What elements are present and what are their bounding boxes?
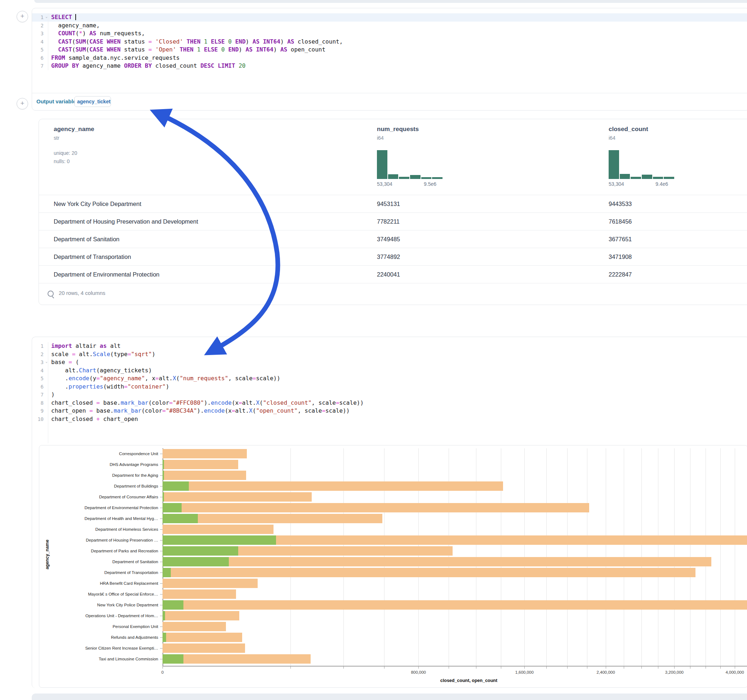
line-number[interactable]: 7 bbox=[32, 391, 48, 399]
y-axis-title: agency_name bbox=[45, 537, 50, 573]
line-number[interactable]: 6 bbox=[32, 54, 48, 62]
x-axis-title: closed_count, open_count bbox=[440, 678, 497, 683]
x-axis-tick bbox=[587, 667, 587, 669]
x-axis-tick-label: 800,000 bbox=[411, 670, 426, 674]
x-axis-tick bbox=[449, 667, 449, 669]
y-axis-tick bbox=[160, 626, 163, 627]
code-line[interactable]: base = ( bbox=[48, 358, 747, 367]
y-axis-label: Department of Consumer Affairs bbox=[39, 495, 158, 499]
column-name: agency_name bbox=[54, 126, 94, 133]
line-number[interactable]: 10 bbox=[32, 415, 48, 424]
histogram-bar bbox=[421, 177, 432, 179]
line-number[interactable]: 4 bbox=[32, 367, 48, 375]
x-axis-tick bbox=[384, 667, 384, 669]
line-number[interactable]: 9 bbox=[32, 407, 48, 415]
python-editor[interactable]: import altair as altscale = alt.Scale(ty… bbox=[48, 342, 747, 443]
histogram-bar bbox=[609, 150, 619, 179]
line-number[interactable]: 1⌄ bbox=[32, 13, 48, 22]
line-number[interactable]: 5 bbox=[32, 374, 48, 383]
table-cell: 9443533 bbox=[609, 195, 632, 213]
search-icon[interactable] bbox=[48, 291, 54, 297]
output-variable-label: Output variable: bbox=[36, 98, 78, 104]
code-line[interactable]: COUNT(*) AS num_requests, bbox=[48, 30, 747, 38]
histogram-bar bbox=[399, 177, 409, 179]
code-line[interactable]: FROM sample_data.nyc.service_requests bbox=[48, 54, 747, 62]
code-line[interactable]: ) bbox=[48, 391, 747, 399]
add-cell-button[interactable]: + bbox=[17, 98, 28, 109]
line-number[interactable]: 2 bbox=[32, 22, 48, 30]
x-axis-tick bbox=[476, 667, 476, 669]
sql-editor[interactable]: SELECT agency_name, COUNT(*) AS num_requ… bbox=[48, 13, 747, 70]
x-axis-tick bbox=[641, 667, 642, 669]
x-axis-tick bbox=[418, 667, 419, 669]
x-axis-tick bbox=[606, 667, 606, 669]
y-axis-label: Refunds and Adjustments bbox=[39, 635, 158, 640]
chart-bar-open bbox=[163, 600, 183, 609]
y-axis-label: HRA Benefit Card Replacement bbox=[39, 581, 158, 585]
histogram-bar bbox=[653, 177, 664, 179]
chart-bar-open bbox=[163, 557, 229, 566]
histogram-bar bbox=[432, 177, 443, 179]
line-number[interactable]: 2 bbox=[32, 350, 48, 359]
add-cell-button[interactable]: + bbox=[17, 11, 28, 22]
table-row[interactable]: New York City Police Department945313194… bbox=[39, 195, 747, 213]
code-line[interactable]: GROUP BY agency_name ORDER BY closed_cou… bbox=[48, 62, 747, 70]
chart-bar-closed bbox=[163, 503, 589, 512]
y-axis-tick bbox=[160, 497, 163, 497]
line-number[interactable]: 6 bbox=[32, 383, 48, 391]
code-line[interactable]: CAST(SUM(CASE WHEN status = 'Closed' THE… bbox=[48, 38, 747, 46]
code-line[interactable]: import altair as alt bbox=[48, 342, 747, 350]
chart-bar-closed bbox=[163, 471, 246, 480]
line-number[interactable]: 4 bbox=[32, 38, 48, 46]
chart-bar-closed bbox=[163, 492, 312, 502]
column-type: i64 bbox=[377, 135, 384, 141]
histogram-bar bbox=[377, 150, 387, 179]
line-number[interactable]: 7 bbox=[32, 62, 48, 70]
code-line[interactable]: alt.Chart(agency_tickets) bbox=[48, 367, 747, 375]
line-number[interactable]: 3 bbox=[32, 30, 48, 38]
x-axis-tick bbox=[343, 667, 344, 669]
column-histogram bbox=[377, 150, 443, 179]
output-variable-pill[interactable]: agency_tickets bbox=[74, 96, 111, 107]
line-number[interactable]: 3⌄ bbox=[32, 358, 48, 367]
table-row[interactable]: Department of Sanitation37494853677651 bbox=[39, 230, 747, 248]
table-row[interactable]: Department of Environmental Protection22… bbox=[39, 266, 747, 284]
x-axis-tick bbox=[690, 667, 690, 669]
code-line[interactable]: chart_closed + chart_open bbox=[48, 415, 747, 424]
chart-bar-closed bbox=[163, 654, 311, 664]
x-axis-tick bbox=[658, 667, 658, 669]
table-cell: Department of Environmental Protection bbox=[54, 266, 159, 284]
chart-bar-closed bbox=[163, 525, 274, 534]
table-row[interactable]: Department of Transportation377489234719… bbox=[39, 248, 747, 266]
fold-caret-icon[interactable]: ⌄ bbox=[44, 13, 48, 21]
y-axis-label: Operations Unit - Department of Hom… bbox=[39, 614, 158, 618]
y-axis-tick bbox=[160, 659, 163, 659]
code-line[interactable]: chart_closed = base.mark_bar(color="#FFC… bbox=[48, 399, 747, 407]
x-axis-tick bbox=[290, 667, 291, 669]
y-axis-tick bbox=[160, 605, 163, 605]
table-cell: 2222847 bbox=[609, 266, 632, 284]
y-axis-label: Department of Housing Preservation … bbox=[39, 538, 158, 542]
table-cell: 3774892 bbox=[377, 248, 400, 266]
code-line[interactable]: .properties(width="container") bbox=[48, 383, 747, 391]
histogram-bar bbox=[664, 177, 674, 179]
y-axis-tick bbox=[160, 637, 163, 638]
line-number[interactable]: 1 bbox=[32, 342, 48, 350]
code-line[interactable]: agency_name, bbox=[48, 22, 747, 30]
line-number[interactable]: 8 bbox=[32, 399, 48, 407]
fold-caret-icon[interactable]: ⌄ bbox=[44, 358, 48, 366]
code-line[interactable]: SELECT bbox=[48, 13, 747, 22]
output-variable-row: Output variable: agency_tickets bbox=[32, 93, 747, 110]
line-number[interactable]: 5 bbox=[32, 46, 48, 54]
x-axis-tick bbox=[706, 667, 706, 669]
y-axis-tick bbox=[160, 573, 163, 573]
chart-bar-open bbox=[163, 633, 166, 642]
table-row[interactable]: Department of Housing Preservation and D… bbox=[39, 213, 747, 231]
gridline bbox=[735, 448, 735, 666]
code-line[interactable]: scale = alt.Scale(type="sqrt") bbox=[48, 350, 747, 359]
y-axis-tick bbox=[160, 454, 163, 454]
code-line[interactable]: chart_open = base.mark_bar(color="#8BC34… bbox=[48, 407, 747, 415]
code-line[interactable]: CAST(SUM(CASE WHEN status = 'Open' THEN … bbox=[48, 46, 747, 54]
x-axis-line bbox=[163, 666, 747, 667]
code-line[interactable]: .encode(y="agency_name", x=alt.X("num_re… bbox=[48, 374, 747, 383]
